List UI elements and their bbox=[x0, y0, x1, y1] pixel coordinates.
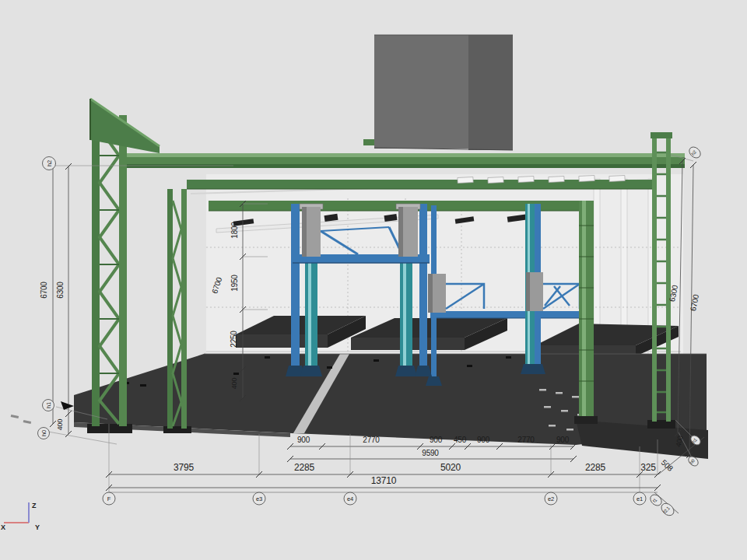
svg-text:900: 900 bbox=[556, 436, 570, 444]
svg-text:h1: h1 bbox=[45, 402, 52, 408]
dim-int-400: 400 bbox=[230, 378, 238, 390]
rooftop-concrete-block[interactable] bbox=[374, 35, 513, 150]
roof-fitting bbox=[363, 139, 374, 145]
model-canvas[interactable]: 6700 6300 400 h2 h1 h0 1800 1950 2250 4 bbox=[0, 0, 747, 560]
axis-z-label: Z bbox=[32, 502, 37, 509]
cad-3d-view: 6700 6300 400 h2 h1 h0 1800 1950 2250 4 bbox=[0, 0, 747, 560]
svg-text:e1: e1 bbox=[637, 495, 643, 502]
svg-text:e3: e3 bbox=[256, 495, 262, 502]
svg-text:325: 325 bbox=[640, 462, 656, 473]
svg-text:3795: 3795 bbox=[174, 462, 194, 473]
dim-int-1800: 1800 bbox=[230, 222, 239, 239]
axis-x-label: X bbox=[1, 523, 5, 531]
axis-y-label: Y bbox=[35, 523, 40, 531]
svg-text:2285: 2285 bbox=[294, 462, 314, 473]
dim-left-total: 6700 bbox=[40, 282, 48, 299]
svg-text:h0: h0 bbox=[40, 430, 47, 436]
dim-left-upper: 6300 bbox=[56, 282, 65, 299]
svg-text:2770: 2770 bbox=[517, 436, 535, 444]
dim-grand-total: 13710 bbox=[371, 475, 397, 486]
dim-slab-total: 9590 bbox=[422, 449, 439, 457]
svg-text:h2: h2 bbox=[46, 160, 53, 166]
svg-text:e4: e4 bbox=[347, 495, 353, 502]
svg-text:900: 900 bbox=[477, 436, 490, 444]
svg-text:900: 900 bbox=[430, 436, 443, 444]
dim-int-2250: 2250 bbox=[230, 331, 238, 348]
dim-left-base: 400 bbox=[56, 419, 64, 431]
svg-text:5020: 5020 bbox=[440, 462, 461, 473]
svg-text:F: F bbox=[107, 495, 111, 502]
svg-text:450: 450 bbox=[454, 436, 467, 444]
dim-int-1950: 1950 bbox=[230, 275, 239, 292]
svg-text:2285: 2285 bbox=[585, 462, 605, 473]
svg-text:2770: 2770 bbox=[363, 436, 380, 444]
svg-text:e2: e2 bbox=[548, 495, 554, 502]
svg-text:900: 900 bbox=[297, 436, 310, 444]
